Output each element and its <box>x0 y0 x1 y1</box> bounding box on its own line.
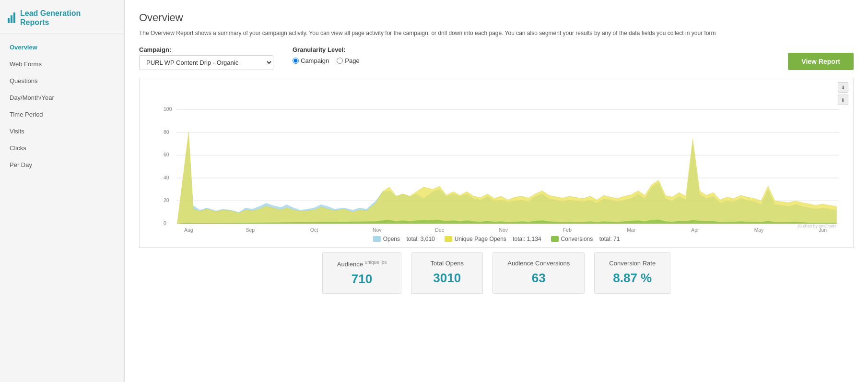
svg-text:May: May <box>754 227 764 233</box>
granularity-page-radio[interactable]: Page <box>337 57 359 64</box>
sidebar-item-overview[interactable]: Overview <box>0 39 124 56</box>
chart-container: ⬇ ⏸ 0 20 40 60 80 100 <box>139 78 854 248</box>
chart-legend: Opens total: 3,010 Unique Page Opens tot… <box>140 232 853 247</box>
svg-text:100: 100 <box>164 107 172 112</box>
stat-conversion-rate: Conversion Rate 8.87 % <box>594 252 670 294</box>
svg-text:Sep: Sep <box>246 227 255 233</box>
svg-text:20: 20 <box>164 198 169 203</box>
stat-total-opens-label: Total Opens <box>426 260 468 267</box>
svg-text:JS chart by amCharts: JS chart by amCharts <box>797 224 836 228</box>
stat-audience-conversions-value: 63 <box>507 271 570 286</box>
stat-audience: Audience unique ips 710 <box>322 252 401 294</box>
app-title: Lead GenerationReports <box>20 9 81 27</box>
stat-audience-sublabel: unique ips <box>365 260 387 265</box>
sidebar: Lead GenerationReports Overview Web Form… <box>0 0 125 382</box>
stat-audience-value: 710 <box>337 272 387 286</box>
svg-text:60: 60 <box>164 152 169 157</box>
legend-swatch-conversions <box>551 236 559 242</box>
granularity-campaign-label: Campaign <box>301 57 329 64</box>
svg-text:Jun: Jun <box>819 227 827 233</box>
stat-audience-label: Audience unique ips <box>337 260 387 268</box>
legend-opens-label: Opens <box>383 236 400 242</box>
sidebar-item-clicks[interactable]: Clicks <box>0 140 124 156</box>
svg-text:Mar: Mar <box>627 227 636 233</box>
granularity-page-label: Page <box>345 57 359 64</box>
campaign-group: Campaign: PURL WP Content Drip - Organic <box>139 46 273 70</box>
stat-conversion-rate-label: Conversion Rate <box>609 260 656 267</box>
granularity-radio-row: Campaign Page <box>293 55 360 64</box>
stat-total-opens: Total Opens 3010 <box>411 252 483 294</box>
svg-text:Nov: Nov <box>499 227 508 233</box>
page-description: The Overview Report shows a summary of y… <box>139 29 854 37</box>
stat-audience-conversions: Audience Conversions 63 <box>493 252 585 294</box>
stat-conversion-rate-value: 8.87 % <box>609 271 656 286</box>
svg-text:Nov: Nov <box>373 227 382 233</box>
controls-row: Campaign: PURL WP Content Drip - Organic… <box>139 46 854 70</box>
sidebar-item-web-forms[interactable]: Web Forms <box>0 56 124 72</box>
sidebar-item-per-day[interactable]: Per Day <box>0 156 124 173</box>
svg-text:Apr: Apr <box>691 227 699 233</box>
sidebar-item-time-period[interactable]: Time Period <box>0 106 124 123</box>
legend-swatch-unique <box>445 236 452 242</box>
sidebar-nav: Overview Web Forms Questions Day/Month/Y… <box>0 34 124 178</box>
campaign-label: Campaign: <box>139 46 273 53</box>
chart-svg: 0 20 40 60 80 100 <box>164 83 839 232</box>
granularity-label: Granularity Level: <box>293 46 360 53</box>
sidebar-item-questions[interactable]: Questions <box>0 72 124 89</box>
legend-conversions-label: Conversions <box>561 236 593 242</box>
legend-unique: Unique Page Opens total: 1,134 <box>445 236 541 242</box>
legend-opens: Opens total: 3,010 <box>373 236 435 242</box>
chart-icon <box>8 12 15 23</box>
svg-text:Oct: Oct <box>310 227 318 233</box>
campaign-select[interactable]: PURL WP Content Drip - Organic <box>139 55 273 70</box>
granularity-group: Granularity Level: Campaign Page <box>293 46 360 64</box>
legend-conversions: Conversions total: 71 <box>551 236 620 242</box>
stats-row: Audience unique ips 710 Total Opens 3010… <box>139 252 854 294</box>
legend-conversions-total: total: 71 <box>599 236 620 242</box>
sidebar-item-day-month-year[interactable]: Day/Month/Year <box>0 89 124 106</box>
stat-total-opens-value: 3010 <box>426 271 468 286</box>
svg-text:Feb: Feb <box>563 227 572 233</box>
svg-text:Dec: Dec <box>435 227 444 233</box>
svg-text:80: 80 <box>164 130 169 135</box>
chart-inner: 0 20 40 60 80 100 <box>140 78 853 232</box>
svg-text:40: 40 <box>164 175 169 180</box>
main-content: Overview The Overview Report shows a sum… <box>125 0 868 382</box>
page-title: Overview <box>139 12 854 24</box>
svg-text:0: 0 <box>164 221 166 226</box>
granularity-campaign-radio[interactable]: Campaign <box>293 57 329 64</box>
legend-unique-label: Unique Page Opens <box>455 236 506 242</box>
stat-audience-conversions-label: Audience Conversions <box>507 260 570 267</box>
legend-opens-total: total: 3,010 <box>406 236 434 242</box>
legend-swatch-opens <box>373 236 381 242</box>
view-report-button[interactable]: View Report <box>788 53 854 70</box>
sidebar-logo: Lead GenerationReports <box>0 0 124 34</box>
legend-unique-total: total: 1,134 <box>513 236 541 242</box>
sidebar-item-visits[interactable]: Visits <box>0 123 124 140</box>
svg-text:Aug: Aug <box>184 227 193 233</box>
